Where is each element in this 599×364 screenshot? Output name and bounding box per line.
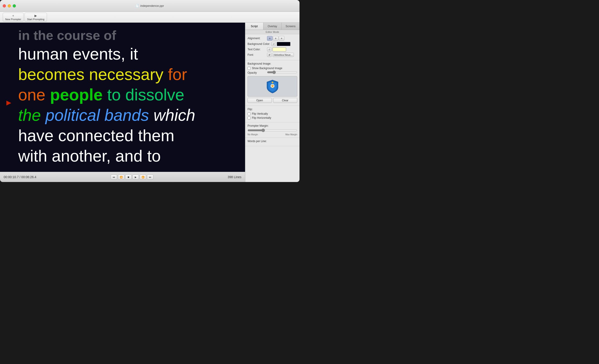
image-buttons: Open Clear (247, 98, 297, 103)
rewind-button[interactable]: ⏪ (118, 175, 124, 179)
new-prompter-button[interactable]: + New Prompter (3, 13, 24, 22)
opacity-label: Opacity (247, 71, 266, 74)
titlebar: 📄 independence.ppr (0, 0, 300, 12)
skip-to-end-button[interactable]: ⏭ (147, 175, 153, 179)
lines-count: 398 Lines (228, 175, 241, 179)
skip-to-start-button[interactable]: ⏮ (111, 175, 117, 179)
prompter-margin-section: Prompter Margin: No Margin Max Margin (245, 122, 300, 138)
text-color-reset-button[interactable]: ↺ (267, 47, 272, 51)
window-title: independence.ppr (140, 4, 164, 8)
main-content: ▶ in the course of human events, it beco… (0, 23, 300, 182)
fast-forward-button[interactable]: ⏩ (140, 175, 146, 179)
font-controls: ↺ Helvetica Neue... (267, 53, 294, 57)
text-color-controls: ↺ (267, 47, 286, 51)
window-title-area: 📄 independence.ppr (135, 4, 164, 8)
flip-horizontally-label: Flip Horizontally (252, 116, 271, 119)
word-dissolve: to dissolve (107, 86, 184, 104)
bg-color-label: Background Color: (247, 42, 270, 46)
script-text: in the course of human events, it become… (0, 23, 245, 172)
word-political-bands: political bands (45, 106, 149, 124)
time-display: 00:00:10.7 / 00:06:26.4 (4, 175, 36, 179)
alignment-label: Alignment: (247, 37, 266, 40)
show-bg-image-checkbox[interactable] (247, 67, 250, 70)
word-one: one (18, 86, 45, 104)
font-row: Font: ↺ Helvetica Neue... (247, 53, 297, 57)
stop-button[interactable]: ⏹ (125, 175, 132, 179)
script-line2: becomes necessary for (18, 64, 231, 85)
text-color-swatch[interactable] (273, 47, 286, 51)
flip-vertically-checkbox[interactable] (247, 112, 250, 115)
show-bg-image-label: Show Background Image (252, 67, 282, 70)
alignment-row: Alignment: ≡ ≡ ≡ (247, 36, 297, 41)
max-margin-label: Max Margin (285, 133, 297, 136)
minimize-button[interactable] (8, 4, 11, 8)
alignment-buttons: ≡ ≡ ≡ (267, 36, 284, 41)
badge-svg (264, 78, 281, 94)
flip-horizontally-checkbox[interactable] (247, 117, 250, 119)
script-area: ▶ in the course of human events, it beco… (0, 23, 245, 182)
start-prompting-label: Start Prompting (27, 18, 44, 21)
flip-horizontally-row: Flip Horizontally (247, 116, 297, 119)
opacity-slider[interactable] (267, 71, 297, 74)
start-prompting-button[interactable]: ▶ Start Prompting (25, 13, 47, 22)
flip-section: Flip: Flip Vertically Flip Horizontally (245, 106, 300, 122)
editor-mode-bar: Editor Mode (245, 30, 300, 34)
bg-image-section: Background Image: Show Background Image … (245, 60, 300, 106)
no-margin-label: No Margin (247, 133, 258, 136)
words-per-line-section: Words per Line: (245, 138, 300, 146)
bg-color-swatch[interactable] (277, 42, 291, 46)
tab-script[interactable]: Script (245, 23, 264, 30)
close-button[interactable] (3, 4, 6, 8)
play-button[interactable]: ▶ (132, 175, 139, 179)
text-color-row: Text Color: ↺ (247, 47, 297, 51)
bg-color-controls: ↺ (271, 42, 291, 46)
script-line5: have connected them (18, 125, 231, 146)
flip-vertically-row: Flip Vertically (247, 112, 297, 115)
text-color-label: Text Color: (247, 48, 266, 51)
font-reset-button[interactable]: ↺ (267, 53, 272, 57)
bg-color-reset-button[interactable]: ↺ (271, 42, 276, 46)
prompter-margin-slider[interactable] (247, 129, 297, 132)
current-time: 00:00:10.7 (4, 175, 19, 179)
margin-labels: No Margin Max Margin (247, 133, 297, 136)
time-separator: / (19, 175, 20, 179)
bg-color-row: Background Color: ↺ (247, 42, 297, 46)
tab-bar: Script Overlay Screens (245, 23, 300, 30)
svg-point-1 (272, 82, 273, 83)
font-name-button[interactable]: Helvetica Neue... (273, 53, 294, 57)
script-line3: one people to dissolve (18, 85, 231, 105)
align-left-button[interactable]: ≡ (267, 36, 273, 41)
script-line1: human events, it (18, 44, 231, 64)
file-icon: 📄 (135, 4, 139, 8)
word-people: people (50, 86, 103, 104)
show-bg-image-row: Show Background Image (247, 67, 297, 70)
word-the: the (18, 106, 41, 124)
playback-controls: ⏮ ⏪ ⏹ ▶ ⏩ ⏭ (111, 175, 153, 179)
traffic-lights (3, 4, 16, 8)
new-prompter-label: New Prompter (5, 18, 21, 21)
open-image-button[interactable]: Open (247, 98, 272, 103)
font-label: Font: (247, 53, 266, 56)
total-time: 00:06:26.4 (21, 175, 36, 179)
align-center-button[interactable]: ≡ (273, 36, 278, 41)
toolbar: + New Prompter ▶ Start Prompting (0, 12, 300, 23)
align-right-button[interactable]: ≡ (279, 36, 284, 41)
script-line6: with another, and to (18, 146, 231, 166)
bg-image-heading: Background Image: (247, 62, 297, 65)
tab-screens[interactable]: Screens (282, 23, 300, 30)
right-panel: Script Overlay Screens Editor Mode Align… (245, 23, 300, 182)
tab-overlay[interactable]: Overlay (264, 23, 282, 30)
flip-heading: Flip: (247, 108, 297, 111)
word-for: for (168, 65, 187, 83)
maximize-button[interactable] (13, 4, 16, 8)
play-icon: ▶ (35, 14, 37, 17)
plus-icon: + (12, 14, 14, 17)
word-becomes: becomes (18, 65, 84, 83)
bottom-bar: 00:00:10.7 / 00:06:26.4 ⏮ ⏪ ⏹ ▶ ⏩ ⏭ 398 … (0, 172, 245, 182)
bg-image-preview (247, 76, 297, 97)
word-necessary: necessary (89, 65, 163, 83)
words-per-line-heading: Words per Line: (247, 140, 297, 143)
flip-vertically-label: Flip Vertically (252, 112, 268, 115)
alignment-section: Alignment: ≡ ≡ ≡ Background Color: ↺ Tex… (245, 34, 300, 60)
clear-image-button[interactable]: Clear (273, 98, 298, 103)
